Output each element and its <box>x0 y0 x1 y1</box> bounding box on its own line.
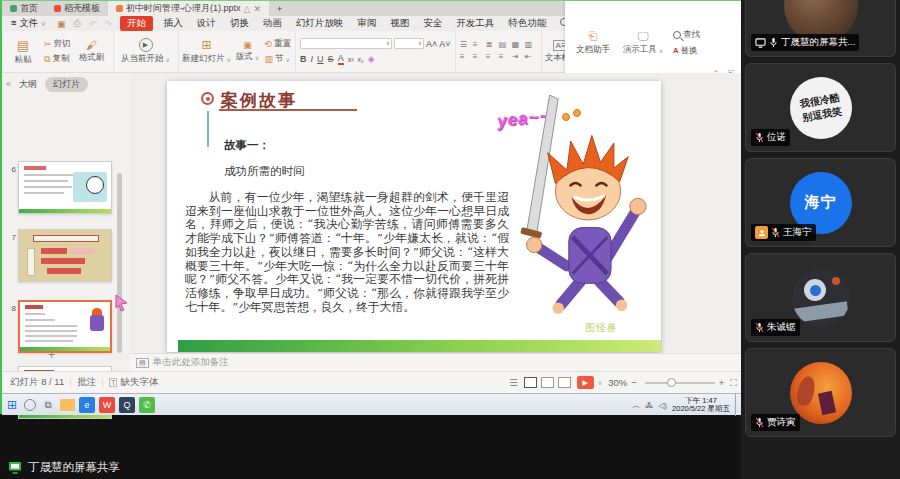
layout-button[interactable]: ▣ 版式∨ <box>235 40 261 63</box>
paragraph-buttons[interactable]: ☰≡≣▤▦▥ ≡≡≡≡⇥⇤ <box>460 40 537 63</box>
wps-app-icon[interactable]: W <box>99 397 115 413</box>
reading-view-button[interactable] <box>558 377 571 388</box>
strikethrough-button[interactable]: S <box>328 54 334 64</box>
zoom-slider[interactable] <box>645 382 715 384</box>
slide-canvas[interactable]: 案例故事 故事一： 成功所需的时间 从前，有一位少年，渴望练就一身超群的剑术，便… <box>167 81 661 352</box>
notes-bar[interactable]: ▤ 单击此处添加备注 <box>130 353 743 371</box>
story-subtitle: 成功所需的时间 <box>224 164 305 179</box>
browser-icon[interactable]: e <box>79 397 95 413</box>
zoom-out-button[interactable]: − <box>631 377 637 388</box>
sorter-view-button[interactable] <box>541 377 554 388</box>
undo-icon[interactable]: ↶ <box>89 19 97 29</box>
superscript-button[interactable]: x² <box>348 56 354 63</box>
slide-thumbnail-6[interactable] <box>18 161 112 214</box>
tab-slides[interactable]: 幻灯片 <box>45 77 88 92</box>
tab-document[interactable]: 初中时间管理-心理月(1).pptx △ ✕ <box>108 1 269 16</box>
network-icon[interactable]: 🖧 <box>645 401 653 410</box>
play-options-caret[interactable]: ∨ <box>598 379 602 386</box>
font-color-button[interactable]: A <box>338 53 344 65</box>
tab-close-icon[interactable]: ✕ <box>253 4 261 14</box>
start-button[interactable]: ⊞ <box>4 397 20 413</box>
present-tools-button[interactable]: 🖵 演示工具∨ <box>621 30 665 56</box>
zoom-in-button[interactable]: + <box>719 377 725 388</box>
add-slide-button[interactable]: + <box>48 348 55 362</box>
print-icon[interactable]: ⎙ <box>73 18 80 29</box>
slide-thumbnail-7[interactable] <box>18 229 112 282</box>
wechat-app-icon[interactable]: ✆ <box>139 397 155 413</box>
zoom-slider-knob[interactable] <box>667 378 676 387</box>
volume-icon[interactable]: ◁) <box>658 401 667 410</box>
cortana-search-button[interactable] <box>24 399 36 411</box>
menu-item-slideshow[interactable]: 幻灯片放映 <box>293 16 347 31</box>
comments-button[interactable]: 批注 <box>77 376 96 389</box>
slide-thumbnail-8-selected[interactable] <box>18 300 112 353</box>
thumbnail-scrollbar[interactable] <box>117 173 122 353</box>
clipboard-group: ▤ 粘贴 ✂剪切 ⧉复制 🖌 格式刷 <box>2 31 114 72</box>
menu-item-view[interactable]: 视图 <box>387 16 412 31</box>
grow-font-icon[interactable]: A˄ <box>426 39 437 49</box>
thumb-number: 7 <box>6 233 16 242</box>
menu-item-transition[interactable]: 切换 <box>227 16 252 31</box>
participant-tile-sharer[interactable]: 丁晟慧的屏幕共... <box>745 0 896 57</box>
highlight-button[interactable]: ◈ <box>368 54 375 64</box>
participant-tile[interactable]: 朱诚锯 <box>745 253 896 342</box>
show-desktop-button[interactable] <box>735 394 739 416</box>
save-icon[interactable]: ▣ <box>57 19 66 29</box>
plus-icon: + <box>277 4 282 14</box>
menu-item-devtools[interactable]: 开发工具 <box>453 16 497 31</box>
fit-screen-icon[interactable]: ⛶ <box>730 377 737 389</box>
title-decoration-icon <box>201 92 214 105</box>
participant-tile[interactable]: 贾诗寅 <box>745 348 896 437</box>
tab-docer[interactable]: 稻壳模板 <box>46 1 108 16</box>
redo-icon[interactable]: ↷ <box>104 19 112 29</box>
menu-item-design[interactable]: 设计 <box>194 16 219 31</box>
notes-toggle-icon[interactable]: ☰ <box>509 377 518 388</box>
tray-expand-icon[interactable]: ︿ <box>632 400 640 411</box>
participant-tile[interactable]: 我很冷酷 别逗我笑 位诺 <box>745 63 896 152</box>
menu-item-animation[interactable]: 动画 <box>260 16 285 31</box>
shrink-font-icon[interactable]: A˅ <box>439 39 450 49</box>
normal-view-button[interactable] <box>524 377 537 388</box>
font-name-combobox[interactable] <box>300 38 392 49</box>
format-painter-button[interactable]: 🖌 格式刷 <box>75 39 109 64</box>
new-slide-button[interactable]: ⊞ 新建幻灯片∨ <box>183 38 231 65</box>
tab-home[interactable]: 首页 <box>2 1 46 16</box>
qq-app-icon[interactable]: Q <box>119 397 135 413</box>
menu-item-security[interactable]: 安全 <box>420 16 445 31</box>
file-explorer-icon[interactable] <box>60 399 75 411</box>
tab-outline[interactable]: 大纲 <box>19 78 37 91</box>
task-view-button[interactable]: ⧉ <box>40 397 56 413</box>
participant-name: 丁晟慧的屏幕共... <box>781 36 855 49</box>
slideshow-play-button[interactable]: ▶ <box>577 376 594 389</box>
reset-button[interactable]: ⟲重置 <box>265 38 292 50</box>
presenter-cursor-icon <box>114 294 130 312</box>
layout-icon: ▣ <box>243 40 252 50</box>
menu-item-review[interactable]: 审阅 <box>354 16 379 31</box>
play-group: ▶ 从当前开始∨ <box>114 31 179 72</box>
doc-assistant-button[interactable]: ⎗ 文档助手 <box>573 30 613 56</box>
participant-tile[interactable]: 海宁 王海宁 <box>745 158 896 247</box>
missing-fonts-button[interactable]: 缺失字体 <box>120 376 158 389</box>
font-size-combobox[interactable] <box>394 38 424 49</box>
italic-button[interactable]: I <box>311 54 314 64</box>
copy-button[interactable]: ⧉复制 <box>44 53 71 65</box>
slide-counter: 幻灯片 8 / 11 <box>10 376 64 389</box>
paste-button[interactable]: ▤ 粘贴 <box>6 38 40 66</box>
play-from-current-button[interactable]: ▶ 从当前开始∨ <box>118 38 174 65</box>
menu-item-insert[interactable]: 插入 <box>161 16 186 31</box>
subscript-button[interactable]: x₂ <box>357 56 363 63</box>
underline-button[interactable]: U <box>317 54 324 64</box>
find-button[interactable]: 查找 <box>673 29 700 41</box>
menu-item-home[interactable]: 开始 <box>120 16 153 31</box>
tab-docer-label: 稻壳模板 <box>64 2 100 15</box>
taskbar-clock[interactable]: 下午 1:47 2020/5/22 星期五 <box>672 397 730 414</box>
file-menu[interactable]: ≡ 文件 ∨ <box>8 16 49 31</box>
menu-item-special[interactable]: 特色功能 <box>505 16 549 31</box>
replace-button[interactable]: 𝐀替换 <box>673 45 700 57</box>
zoom-level[interactable]: 30% <box>608 377 627 388</box>
bold-button[interactable]: B <box>300 54 307 64</box>
new-tab-button[interactable]: + <box>269 1 290 16</box>
cut-button[interactable]: ✂剪切 <box>44 38 71 50</box>
panel-collapse-icon[interactable]: « <box>6 79 11 89</box>
section-button[interactable]: ▥节∨ <box>265 53 292 65</box>
